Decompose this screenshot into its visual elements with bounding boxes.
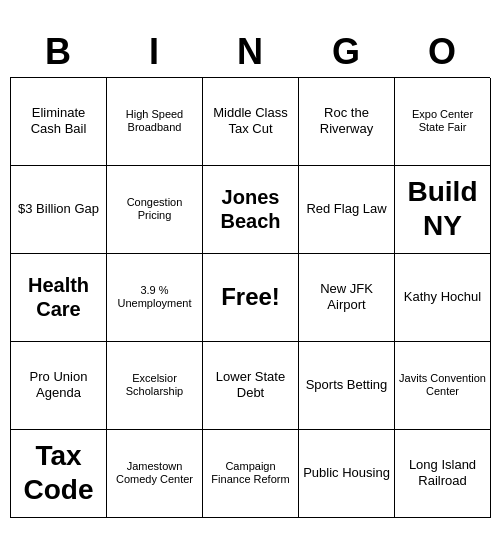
bingo-cell-11: 3.9 % Unemployment [107,254,203,342]
bingo-grid: Eliminate Cash BailHigh Speed BroadbandM… [10,77,490,518]
letter-i: I [108,31,200,73]
bingo-cell-17: Lower State Debt [203,342,299,430]
letter-b: B [12,31,104,73]
bingo-cell-20: Tax Code [11,430,107,518]
bingo-cell-0: Eliminate Cash Bail [11,78,107,166]
letter-o: O [396,31,488,73]
bingo-cell-10: Health Care [11,254,107,342]
bingo-cell-4: Expo Center State Fair [395,78,491,166]
bingo-cell-12: Free! [203,254,299,342]
bingo-cell-23: Public Housing [299,430,395,518]
bingo-cell-7: Jones Beach [203,166,299,254]
bingo-cell-13: New JFK Airport [299,254,395,342]
bingo-cell-14: Kathy Hochul [395,254,491,342]
letter-g: G [300,31,392,73]
bingo-cell-1: High Speed Broadband [107,78,203,166]
bingo-cell-19: Javits Convention Center [395,342,491,430]
bingo-cell-2: Middle Class Tax Cut [203,78,299,166]
bingo-cell-5: $3 Billion Gap [11,166,107,254]
bingo-cell-16: Excelsior Scholarship [107,342,203,430]
bingo-cell-21: Jamestown Comedy Center [107,430,203,518]
bingo-cell-6: Congestion Pricing [107,166,203,254]
bingo-cell-9: Build NY [395,166,491,254]
letter-n: N [204,31,296,73]
bingo-cell-15: Pro Union Agenda [11,342,107,430]
bingo-card: B I N G O Eliminate Cash BailHigh Speed … [10,27,490,518]
bingo-cell-3: Roc the Riverway [299,78,395,166]
bingo-header: B I N G O [10,27,490,77]
bingo-cell-24: Long Island Railroad [395,430,491,518]
bingo-cell-22: Campaign Finance Reform [203,430,299,518]
bingo-cell-18: Sports Betting [299,342,395,430]
bingo-cell-8: Red Flag Law [299,166,395,254]
